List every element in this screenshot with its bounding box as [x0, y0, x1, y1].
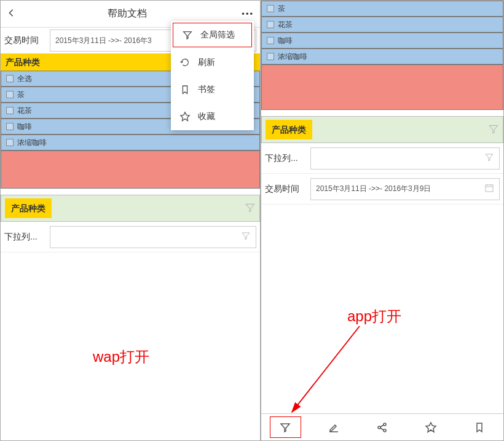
dropdown-label: 下拉列... [4, 232, 46, 243]
date-range-label: 交易时间 [265, 184, 307, 195]
filter-bar[interactable]: 产品种类 [261, 116, 503, 143]
toolbar-filter-button[interactable] [261, 414, 310, 440]
refresh-icon [179, 57, 191, 68]
dropdown-input[interactable] [310, 147, 500, 170]
svg-line-1 [292, 326, 360, 412]
app-caption: app打开 [347, 306, 401, 326]
menu-item-favorite[interactable]: 收藏 [171, 103, 254, 130]
menu-item-global-filter[interactable]: 全局筛选 [173, 23, 252, 47]
more-icon[interactable]: ••• [235, 9, 254, 18]
list-item[interactable]: 花茶 [261, 17, 503, 33]
toolbar-share-button[interactable] [358, 414, 407, 440]
date-range-value: 2015年3月11日 ->>- 2016年3月9日 [316, 184, 431, 194]
page-title: 帮助文档 [19, 7, 235, 20]
wap-panel: 帮助文档 ••• 交易时间 2015年3月11日 ->>- 2016年3 产品种… [0, 0, 261, 441]
menu-item-bookmark[interactable]: 书签 [171, 76, 254, 103]
star-icon [425, 421, 437, 434]
back-button[interactable] [7, 9, 19, 19]
filter-icon[interactable] [488, 123, 499, 136]
app-panel: 茶 花茶 咖啡 浓缩咖啡 产品种类 下拉列... 交易时间 2015年3月11日… [261, 0, 504, 441]
calendar-icon [484, 183, 494, 195]
svg-rect-0 [486, 185, 493, 192]
filter-icon [182, 29, 193, 41]
checkbox-icon[interactable] [6, 139, 14, 146]
star-icon [179, 111, 191, 122]
svg-point-3 [384, 423, 386, 426]
wap-caption: wap打开 [93, 347, 149, 367]
checkbox-icon[interactable] [267, 37, 274, 44]
bookmark-icon [473, 421, 486, 434]
toolbar-edit-button[interactable] [310, 414, 358, 440]
filter-icon [484, 152, 494, 164]
arrow-annotation [286, 320, 384, 418]
more-menu: 全局筛选 刷新 书签 收藏 [171, 21, 254, 130]
checkbox-icon[interactable] [267, 53, 274, 60]
checkbox-icon[interactable] [267, 5, 274, 12]
filter-icon[interactable] [245, 202, 256, 215]
list-item[interactable]: 咖啡 [261, 33, 503, 49]
checkbox-icon[interactable] [267, 21, 274, 28]
svg-point-2 [378, 426, 380, 429]
date-range-row: 交易时间 2015年3月11日 ->>- 2016年3月9日 [261, 174, 503, 205]
bookmark-icon [179, 84, 191, 95]
share-icon [376, 421, 388, 434]
red-block [1, 150, 260, 189]
edit-icon [328, 421, 340, 434]
filter-bar[interactable]: 产品种类 [1, 195, 260, 222]
bottom-toolbar [261, 413, 503, 440]
svg-point-4 [384, 429, 386, 432]
filter-chip[interactable]: 产品种类 [266, 120, 312, 139]
dropdown-row: 下拉列... [261, 143, 503, 174]
dropdown-label: 下拉列... [265, 153, 307, 164]
date-range-label: 交易时间 [4, 35, 46, 46]
filter-icon [279, 421, 291, 434]
list-item[interactable]: 浓缩咖啡 [261, 49, 503, 64]
checkbox-icon[interactable] [6, 75, 14, 82]
filter-icon [241, 231, 251, 243]
list-item[interactable]: 浓缩咖啡 [1, 135, 260, 150]
checkbox-icon[interactable] [6, 91, 14, 98]
dropdown-input[interactable] [50, 226, 256, 248]
filter-chip[interactable]: 产品种类 [5, 198, 52, 218]
checkbox-icon[interactable] [6, 123, 14, 130]
date-range-value: 2015年3月11日 ->>- 2016年3 [55, 36, 152, 46]
toolbar-bookmark-button[interactable] [455, 414, 503, 440]
checkbox-icon[interactable] [6, 107, 14, 114]
dropdown-row: 下拉列... [1, 222, 260, 252]
menu-item-refresh[interactable]: 刷新 [171, 49, 254, 76]
toolbar-favorite-button[interactable] [406, 414, 455, 440]
list-item[interactable]: 茶 [261, 1, 503, 17]
date-range-input[interactable]: 2015年3月11日 ->>- 2016年3月9日 [310, 178, 500, 200]
red-block [261, 64, 503, 110]
